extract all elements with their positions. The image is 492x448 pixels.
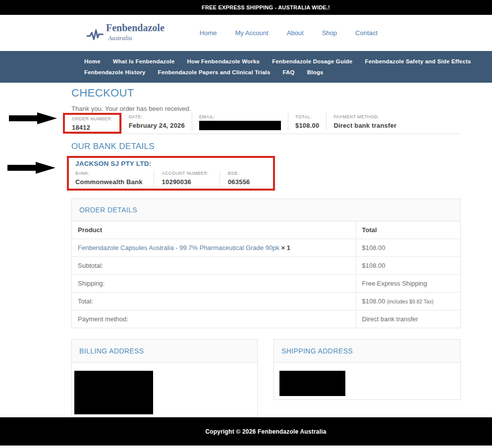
site-header: Fenbendazole Australia Home My Account A… (0, 15, 492, 51)
nav-item-contact[interactable]: Contact (355, 29, 378, 37)
total-column-header: Total (356, 221, 460, 239)
product-cell: Fenbendazole Capsules Australia - 99.7% … (72, 239, 356, 257)
product-row: Fenbendazole Capsules Australia - 99.7% … (72, 239, 460, 257)
order-email-label: EMAIL: (199, 114, 281, 119)
order-total-value: $108.00 (295, 122, 319, 129)
shipping-label: Shipping: (72, 275, 356, 293)
order-number-item: ORDER NUMBER: 18412 (63, 113, 121, 134)
account-number-field: ACCOUNT NUMBER: 10290036 (154, 171, 219, 186)
bsb-value: 063556 (228, 178, 250, 186)
total-cell: $108.00 (includes $9.82 Tax) (356, 293, 460, 310)
bsb-label: BSB: (228, 171, 250, 176)
order-details-section: ORDER DETAILS Product Total Fenbendazole… (71, 199, 461, 328)
annotation-arrow-order-number (9, 112, 57, 124)
order-email-item: EMAIL: (192, 113, 288, 130)
logo-name: Fenbendazole (106, 23, 164, 33)
site-footer: Copyright © 2026 Fenbendazole Australia (0, 417, 492, 446)
navbar-row-1: Home What Is Fenbendazole How Fenbendazo… (84, 56, 482, 67)
bank-details-box: JACKSON SJ PTY LTD: BANK: Commonwealth B… (67, 156, 275, 191)
announcement-text: FREE EXPRESS SHIPPING - AUSTRALIA WIDE.! (202, 4, 330, 10)
subtotal-row: Subtotal: $108.00 (72, 257, 460, 275)
billing-address-header: BILLING ADDRESS (72, 340, 257, 363)
navbar-item-faq[interactable]: FAQ (283, 67, 295, 78)
bank-value: Commonwealth Bank (75, 178, 143, 186)
payment-method-value: Direct bank transfer (333, 122, 396, 129)
payment-method-row-label: Payment method: (72, 310, 356, 328)
shipping-address-section: SHIPPING ADDRESS (273, 339, 461, 400)
billing-address-title: BILLING ADDRESS (79, 347, 250, 355)
navbar-item-what-is-fenbendazole[interactable]: What Is Fenbendazole (113, 56, 175, 67)
payment-method-label: PAYMENT METHOD: (333, 114, 396, 119)
navbar-item-blogs[interactable]: Blogs (307, 67, 324, 78)
redacted-email (199, 121, 281, 130)
order-table: Product Total Fenbendazole Capsules Aust… (72, 221, 460, 328)
section-divider (71, 134, 461, 134)
addresses-row: BILLING ADDRESS SHIPPING ADDRESS (71, 339, 461, 417)
logo-tagline: Australia (106, 34, 164, 42)
order-table-header-row: Product Total (72, 221, 460, 239)
payment-method-row-value: Direct bank transfer (356, 310, 460, 328)
subtotal-label: Subtotal: (72, 257, 356, 275)
navbar-row-2: Fenbendazole History Fenbendazole Papers… (84, 67, 482, 78)
site-logo[interactable]: Fenbendazole Australia (87, 23, 164, 44)
order-date-label: DATE: (129, 114, 185, 119)
order-total-label: TOTAL: (295, 114, 319, 119)
nav-item-about[interactable]: About (287, 29, 304, 37)
bank-label: BANK: (75, 171, 143, 176)
order-overview: ORDER NUMBER: 18412 DATE: February 24, 2… (71, 113, 461, 134)
product-column-header: Product (72, 221, 356, 239)
top-nav: Home My Account About Shop Contact (200, 29, 378, 37)
navbar-item-how-fenbendazole-works[interactable]: How Fenbendazole Works (187, 56, 260, 67)
arrow-head-icon (36, 162, 55, 174)
bank-account-name: JACKSON SJ PTY LTD: (75, 160, 261, 167)
shipping-row: Shipping: Free Express Shipping (72, 275, 460, 293)
total-label: Total: (72, 293, 356, 310)
tax-note: (includes $9.82 Tax) (387, 299, 434, 304)
announcement-bar: FREE EXPRESS SHIPPING - AUSTRALIA WIDE.! (0, 0, 492, 15)
navbar-item-dosage-guide[interactable]: Fenbendazole Dosage Guide (272, 56, 352, 67)
page-title: CHECKOUT (71, 87, 461, 100)
navbar-item-safety-side-effects[interactable]: Fenbendazole Safety and Side Effects (365, 56, 471, 67)
billing-address-section: BILLING ADDRESS (71, 339, 258, 417)
navbar-item-papers-clinical-trials[interactable]: Fenbendazole Papers and Clinical Trials (158, 67, 271, 78)
primary-navbar: Home What Is Fenbendazole How Fenbendazo… (0, 51, 492, 83)
account-number-value: 10290036 (162, 178, 191, 186)
subtotal-value: $108.00 (356, 257, 460, 275)
product-total: $108.00 (356, 239, 460, 257)
product-quantity: × 1 (281, 244, 290, 251)
arrow-shaft (9, 115, 37, 121)
navbar-item-history[interactable]: Fenbendazole History (84, 67, 146, 78)
nav-item-shop[interactable]: Shop (322, 29, 337, 37)
bank-name-field: BANK: Commonwealth Bank (75, 171, 154, 186)
redacted-shipping-address (279, 371, 345, 396)
order-total-item: TOTAL: $108.00 (288, 113, 326, 130)
annotation-arrow-bank-details (7, 162, 55, 174)
checkout-page: FREE EXPRESS SHIPPING - AUSTRALIA WIDE.!… (0, 0, 492, 448)
arrow-shaft (7, 165, 36, 171)
order-details-header: ORDER DETAILS (72, 199, 460, 221)
shipping-value: Free Express Shipping (356, 275, 460, 293)
heartbeat-icon (87, 23, 104, 44)
order-number-value: 18412 (72, 124, 90, 131)
account-number-label: ACCOUNT NUMBER: (162, 171, 209, 176)
logo-text: Fenbendazole Australia (106, 23, 164, 42)
total-value: $108.00 (362, 298, 385, 305)
navbar-item-home[interactable]: Home (84, 56, 101, 67)
payment-method-row: Payment method: Direct bank transfer (72, 310, 460, 328)
order-date-value: February 24, 2026 (129, 122, 185, 129)
bank-fields: BANK: Commonwealth Bank ACCOUNT NUMBER: … (75, 171, 261, 186)
arrow-head-icon (37, 112, 57, 124)
product-link[interactable]: Fenbendazole Capsules Australia - 99.7% … (78, 244, 279, 251)
order-received-message: Thank you. Your order has been received. (71, 105, 461, 112)
shipping-address-title: SHIPPING ADDRESS (281, 347, 453, 355)
nav-item-home[interactable]: Home (200, 29, 217, 37)
nav-item-my-account[interactable]: My Account (235, 29, 268, 37)
order-date-item: DATE: February 24, 2026 (121, 113, 192, 130)
copyright-text: Copyright © 2026 Fenbendazole Australia (205, 428, 326, 435)
redacted-billing-address (74, 371, 153, 414)
order-details-title: ORDER DETAILS (79, 206, 453, 214)
bank-details-title: OUR BANK DETAILS (71, 142, 461, 151)
payment-method-item: PAYMENT METHOD: Direct bank transfer (326, 113, 403, 130)
bsb-field: BSB: 063556 (219, 171, 261, 186)
checkout-content: CHECKOUT Thank you. Your order has been … (0, 83, 492, 417)
